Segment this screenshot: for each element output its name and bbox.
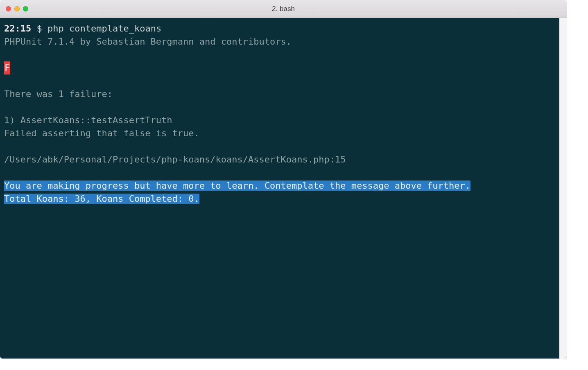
terminal-content[interactable]: 22:15 $ php contemplate_koans PHPUnit 7.… [4,22,553,205]
traffic-lights [6,6,28,11]
scrollbar[interactable] [559,18,567,359]
minimize-button[interactable] [14,6,20,11]
maximize-button[interactable] [23,6,28,11]
prompt-symbol: $ [36,23,42,34]
failure-marker-line: F [4,61,553,74]
blank-line [4,140,553,153]
blank-line [4,101,553,114]
selected-text[interactable]: Total Koans: 36, Koans Completed: 0. [4,194,199,204]
terminal-body[interactable]: 22:15 $ php contemplate_koans PHPUnit 7.… [0,18,567,359]
failure-message: Failed asserting that false is true. [4,127,553,140]
phpunit-version-line: PHPUnit 7.1.4 by Sebastian Bergmann and … [4,35,553,48]
close-button[interactable] [6,6,11,11]
selected-text[interactable]: You are making progress but have more to… [4,180,470,191]
terminal-window: 2. bash 22:15 $ php contemplate_koans PH… [0,0,567,359]
window-title: 2. bash [272,5,295,13]
progress-line-2: Total Koans: 36, Koans Completed: 0. [4,192,553,205]
prompt-line: 22:15 $ php contemplate_koans [4,22,553,35]
blank-line [4,74,553,88]
failure-header: There was 1 failure: [4,88,553,101]
progress-line-1: You are making progress but have more to… [4,179,553,192]
titlebar[interactable]: 2. bash [0,0,567,18]
failure-test-name: 1) AssertKoans::testAssertTruth [4,114,553,127]
failure-path: /Users/abk/Personal/Projects/php-koans/k… [4,153,553,166]
blank-line [4,166,553,179]
command-text: php contemplate_koans [47,23,161,34]
blank-line [4,48,553,61]
prompt-time: 22:15 [4,23,31,34]
failure-badge: F [4,61,10,74]
